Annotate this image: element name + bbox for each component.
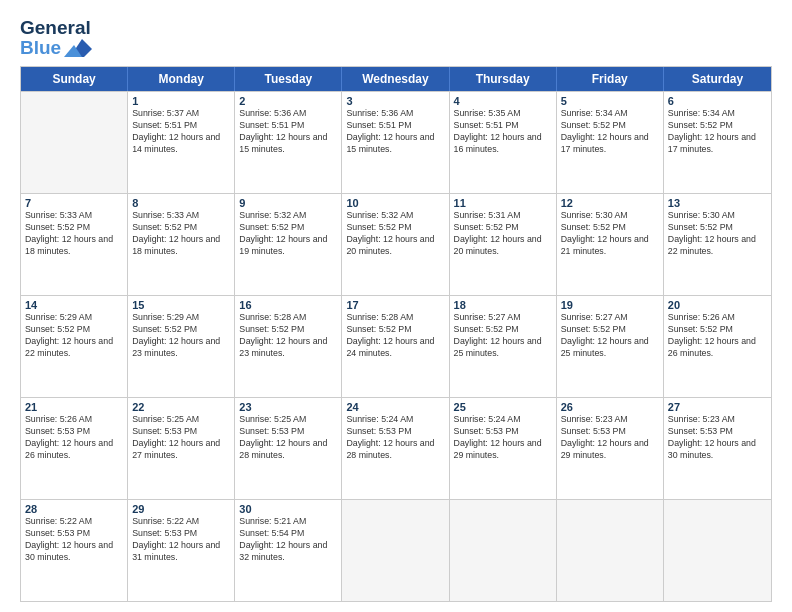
cal-cell: 11Sunrise: 5:31 AMSunset: 5:52 PMDayligh… — [450, 194, 557, 295]
cal-cell: 2Sunrise: 5:36 AMSunset: 5:51 PMDaylight… — [235, 92, 342, 193]
cal-cell — [450, 500, 557, 601]
logo: General Blue — [20, 18, 92, 58]
day-info: Sunrise: 5:26 AMSunset: 5:53 PMDaylight:… — [25, 414, 123, 462]
cal-week-2: 7Sunrise: 5:33 AMSunset: 5:52 PMDaylight… — [21, 193, 771, 295]
cal-cell: 10Sunrise: 5:32 AMSunset: 5:52 PMDayligh… — [342, 194, 449, 295]
day-number: 22 — [132, 401, 230, 413]
day-info: Sunrise: 5:25 AMSunset: 5:53 PMDaylight:… — [239, 414, 337, 462]
calendar-body: 1Sunrise: 5:37 AMSunset: 5:51 PMDaylight… — [21, 91, 771, 601]
day-info: Sunrise: 5:30 AMSunset: 5:52 PMDaylight:… — [561, 210, 659, 258]
cal-cell: 29Sunrise: 5:22 AMSunset: 5:53 PMDayligh… — [128, 500, 235, 601]
day-info: Sunrise: 5:34 AMSunset: 5:52 PMDaylight:… — [668, 108, 767, 156]
cal-cell: 16Sunrise: 5:28 AMSunset: 5:52 PMDayligh… — [235, 296, 342, 397]
day-number: 19 — [561, 299, 659, 311]
cal-cell: 20Sunrise: 5:26 AMSunset: 5:52 PMDayligh… — [664, 296, 771, 397]
cal-header-friday: Friday — [557, 67, 664, 91]
day-number: 8 — [132, 197, 230, 209]
day-info: Sunrise: 5:28 AMSunset: 5:52 PMDaylight:… — [346, 312, 444, 360]
day-number: 10 — [346, 197, 444, 209]
cal-cell — [342, 500, 449, 601]
day-number: 21 — [25, 401, 123, 413]
day-info: Sunrise: 5:37 AMSunset: 5:51 PMDaylight:… — [132, 108, 230, 156]
day-info: Sunrise: 5:29 AMSunset: 5:52 PMDaylight:… — [132, 312, 230, 360]
logo-general: General — [20, 18, 91, 38]
day-info: Sunrise: 5:35 AMSunset: 5:51 PMDaylight:… — [454, 108, 552, 156]
cal-header-saturday: Saturday — [664, 67, 771, 91]
day-number: 3 — [346, 95, 444, 107]
cal-cell: 25Sunrise: 5:24 AMSunset: 5:53 PMDayligh… — [450, 398, 557, 499]
header: General Blue — [20, 18, 772, 58]
cal-cell: 3Sunrise: 5:36 AMSunset: 5:51 PMDaylight… — [342, 92, 449, 193]
calendar: SundayMondayTuesdayWednesdayThursdayFrid… — [20, 66, 772, 602]
cal-cell: 27Sunrise: 5:23 AMSunset: 5:53 PMDayligh… — [664, 398, 771, 499]
day-info: Sunrise: 5:32 AMSunset: 5:52 PMDaylight:… — [239, 210, 337, 258]
day-info: Sunrise: 5:21 AMSunset: 5:54 PMDaylight:… — [239, 516, 337, 564]
day-number: 16 — [239, 299, 337, 311]
day-info: Sunrise: 5:25 AMSunset: 5:53 PMDaylight:… — [132, 414, 230, 462]
day-info: Sunrise: 5:27 AMSunset: 5:52 PMDaylight:… — [454, 312, 552, 360]
cal-cell — [664, 500, 771, 601]
cal-header-wednesday: Wednesday — [342, 67, 449, 91]
day-info: Sunrise: 5:24 AMSunset: 5:53 PMDaylight:… — [346, 414, 444, 462]
day-number: 29 — [132, 503, 230, 515]
cal-week-4: 21Sunrise: 5:26 AMSunset: 5:53 PMDayligh… — [21, 397, 771, 499]
day-info: Sunrise: 5:27 AMSunset: 5:52 PMDaylight:… — [561, 312, 659, 360]
day-number: 20 — [668, 299, 767, 311]
day-number: 24 — [346, 401, 444, 413]
cal-cell: 13Sunrise: 5:30 AMSunset: 5:52 PMDayligh… — [664, 194, 771, 295]
day-number: 2 — [239, 95, 337, 107]
day-number: 7 — [25, 197, 123, 209]
day-info: Sunrise: 5:32 AMSunset: 5:52 PMDaylight:… — [346, 210, 444, 258]
cal-cell: 24Sunrise: 5:24 AMSunset: 5:53 PMDayligh… — [342, 398, 449, 499]
day-number: 17 — [346, 299, 444, 311]
cal-header-thursday: Thursday — [450, 67, 557, 91]
day-info: Sunrise: 5:34 AMSunset: 5:52 PMDaylight:… — [561, 108, 659, 156]
day-number: 26 — [561, 401, 659, 413]
cal-cell — [21, 92, 128, 193]
cal-cell: 6Sunrise: 5:34 AMSunset: 5:52 PMDaylight… — [664, 92, 771, 193]
cal-cell: 1Sunrise: 5:37 AMSunset: 5:51 PMDaylight… — [128, 92, 235, 193]
day-number: 28 — [25, 503, 123, 515]
day-number: 4 — [454, 95, 552, 107]
cal-header-tuesday: Tuesday — [235, 67, 342, 91]
day-number: 23 — [239, 401, 337, 413]
cal-cell — [557, 500, 664, 601]
day-number: 14 — [25, 299, 123, 311]
day-info: Sunrise: 5:24 AMSunset: 5:53 PMDaylight:… — [454, 414, 552, 462]
cal-cell: 28Sunrise: 5:22 AMSunset: 5:53 PMDayligh… — [21, 500, 128, 601]
day-number: 1 — [132, 95, 230, 107]
day-number: 15 — [132, 299, 230, 311]
cal-cell: 21Sunrise: 5:26 AMSunset: 5:53 PMDayligh… — [21, 398, 128, 499]
day-number: 12 — [561, 197, 659, 209]
day-info: Sunrise: 5:26 AMSunset: 5:52 PMDaylight:… — [668, 312, 767, 360]
day-info: Sunrise: 5:28 AMSunset: 5:52 PMDaylight:… — [239, 312, 337, 360]
day-number: 5 — [561, 95, 659, 107]
cal-header-sunday: Sunday — [21, 67, 128, 91]
day-info: Sunrise: 5:22 AMSunset: 5:53 PMDaylight:… — [25, 516, 123, 564]
cal-cell: 8Sunrise: 5:33 AMSunset: 5:52 PMDaylight… — [128, 194, 235, 295]
day-info: Sunrise: 5:29 AMSunset: 5:52 PMDaylight:… — [25, 312, 123, 360]
day-info: Sunrise: 5:36 AMSunset: 5:51 PMDaylight:… — [346, 108, 444, 156]
logo-blue: Blue — [20, 38, 61, 58]
day-info: Sunrise: 5:33 AMSunset: 5:52 PMDaylight:… — [132, 210, 230, 258]
logo-icon — [64, 39, 92, 57]
cal-cell: 30Sunrise: 5:21 AMSunset: 5:54 PMDayligh… — [235, 500, 342, 601]
cal-cell: 15Sunrise: 5:29 AMSunset: 5:52 PMDayligh… — [128, 296, 235, 397]
cal-cell: 17Sunrise: 5:28 AMSunset: 5:52 PMDayligh… — [342, 296, 449, 397]
cal-cell: 26Sunrise: 5:23 AMSunset: 5:53 PMDayligh… — [557, 398, 664, 499]
calendar-header: SundayMondayTuesdayWednesdayThursdayFrid… — [21, 67, 771, 91]
cal-header-monday: Monday — [128, 67, 235, 91]
cal-cell: 9Sunrise: 5:32 AMSunset: 5:52 PMDaylight… — [235, 194, 342, 295]
day-number: 9 — [239, 197, 337, 209]
day-number: 18 — [454, 299, 552, 311]
day-info: Sunrise: 5:33 AMSunset: 5:52 PMDaylight:… — [25, 210, 123, 258]
day-info: Sunrise: 5:30 AMSunset: 5:52 PMDaylight:… — [668, 210, 767, 258]
day-number: 11 — [454, 197, 552, 209]
page: General Blue SundayMondayTuesdayWednesda… — [0, 0, 792, 612]
day-info: Sunrise: 5:31 AMSunset: 5:52 PMDaylight:… — [454, 210, 552, 258]
cal-week-1: 1Sunrise: 5:37 AMSunset: 5:51 PMDaylight… — [21, 91, 771, 193]
cal-cell: 7Sunrise: 5:33 AMSunset: 5:52 PMDaylight… — [21, 194, 128, 295]
cal-week-5: 28Sunrise: 5:22 AMSunset: 5:53 PMDayligh… — [21, 499, 771, 601]
day-info: Sunrise: 5:23 AMSunset: 5:53 PMDaylight:… — [668, 414, 767, 462]
cal-week-3: 14Sunrise: 5:29 AMSunset: 5:52 PMDayligh… — [21, 295, 771, 397]
